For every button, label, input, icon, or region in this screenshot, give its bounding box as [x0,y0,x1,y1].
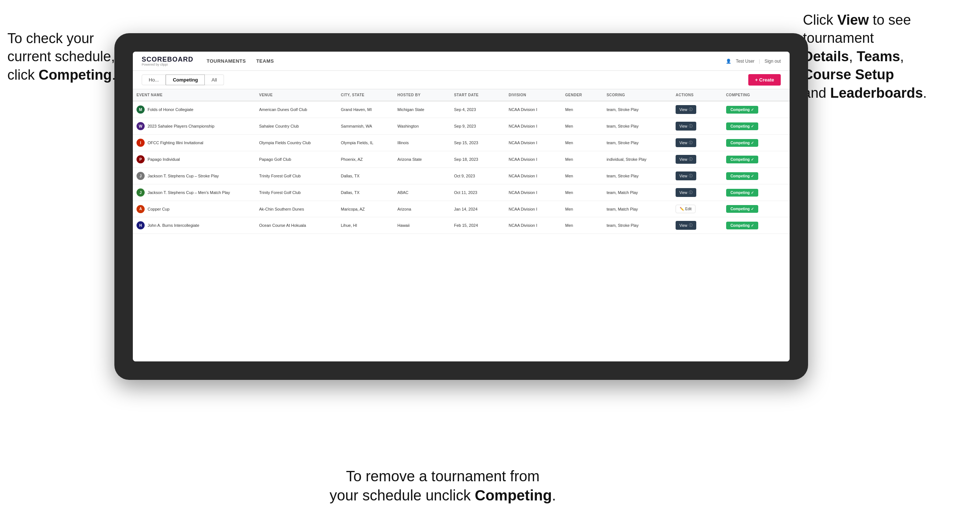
tab-all[interactable]: All [205,75,224,85]
tab-competing[interactable]: Competing [165,75,205,85]
competing-button[interactable]: Competing ✓ [726,139,758,147]
cell-scoring: team, Stroke Play [603,168,672,184]
team-logo: I [137,139,145,147]
cell-scoring: individual, Stroke Play [603,151,672,168]
view-button[interactable]: View ⓘ [676,188,696,197]
view-button[interactable]: View ⓘ [676,122,696,130]
cell-venue: Papago Golf Club [255,151,337,168]
team-logo: W [137,122,145,130]
cell-hosted: Hawaii [394,217,450,234]
annotation-top-left: To check your current schedule, click Co… [7,30,133,84]
nav-right: 👤 Test User | Sign out [726,59,781,64]
cell-city: Dallas, TX [337,168,394,184]
event-name-text: OFCC Fighting Illini Invitational [148,141,203,145]
cell-division: NCAA Division I [505,168,561,184]
create-button[interactable]: + Create [748,74,781,86]
cell-venue: Ocean Course At Hokuala [255,217,337,234]
event-name-text: Jackson T. Stephens Cup – Stroke Play [148,174,219,178]
cell-venue: Sahalee Country Club [255,118,337,135]
cell-competing: Competing ✓ [722,118,790,135]
filter-bar: Ho... Competing All + Create [133,71,790,89]
competing-button[interactable]: Competing ✓ [726,222,758,229]
brand-sub: Powered by clippi [142,63,193,67]
cell-division: NCAA Division I [505,151,561,168]
view-button[interactable]: View ⓘ [676,138,696,147]
cell-hosted: Arizona [394,201,450,217]
cell-event-name: P Papago Individual [133,151,255,168]
event-name-text: 2023 Sahalee Players Championship [148,124,215,129]
competing-button[interactable]: Competing ✓ [726,189,758,197]
cell-scoring: team, Match Play [603,184,672,201]
cell-event-name: J Jackson T. Stephens Cup – Stroke Play [133,168,255,184]
cell-venue: Trinity Forest Golf Club [255,184,337,201]
cell-competing: Competing ✓ [722,151,790,168]
cell-actions: View ⓘ [672,135,722,151]
cell-scoring: team, Stroke Play [603,135,672,151]
cell-venue: Ak-Chin Southern Dunes [255,201,337,217]
tab-home[interactable]: Ho... [142,75,165,85]
cell-gender: Men [562,168,603,184]
annotation-bottom: To remove a tournament from your schedul… [302,467,583,505]
cell-competing: Competing ✓ [722,135,790,151]
cell-event-name: W 2023 Sahalee Players Championship [133,118,255,135]
table-row: A Copper Cup Ak-Chin Southern Dunes Mari… [133,201,790,217]
cell-gender: Men [562,217,603,234]
nav-teams[interactable]: TEAMS [256,58,274,64]
table-container[interactable]: EVENT NAME VENUE CITY, STATE HOSTED BY S… [133,89,790,362]
cell-competing: Competing ✓ [722,217,790,234]
col-scoring: SCORING [603,89,672,101]
col-venue: VENUE [255,89,337,101]
cell-scoring: team, Match Play [603,201,672,217]
col-actions: ACTIONS [672,89,722,101]
cell-start: Feb 15, 2024 [450,217,505,234]
edit-button[interactable]: ✏️ Edit [676,205,695,213]
cell-gender: Men [562,118,603,135]
view-button[interactable]: View ⓘ [676,221,696,230]
user-icon: 👤 [726,59,731,64]
cell-gender: Men [562,151,603,168]
cell-scoring: team, Stroke Play [603,217,672,234]
team-logo: P [137,155,145,163]
cell-event-name: J Jackson T. Stephens Cup – Men's Match … [133,184,255,201]
cell-city: Phoenix, AZ [337,151,394,168]
competing-button[interactable]: Competing ✓ [726,172,758,180]
cell-venue: Trinity Forest Golf Club [255,168,337,184]
cell-actions: View ⓘ [672,118,722,135]
view-button[interactable]: View ⓘ [676,155,696,164]
sign-out-link[interactable]: Sign out [765,59,781,64]
team-logo: H [137,221,145,229]
col-hosted-by: HOSTED BY [394,89,450,101]
cell-hosted: Michigan State [394,101,450,118]
competing-button[interactable]: Competing ✓ [726,205,758,213]
cell-start: Sep 15, 2023 [450,135,505,151]
cell-division: NCAA Division I [505,217,561,234]
cell-city: Grand Haven, MI [337,101,394,118]
competing-button[interactable]: Competing ✓ [726,106,758,114]
competing-button[interactable]: Competing ✓ [726,156,758,163]
cell-scoring: team, Stroke Play [603,101,672,118]
filter-tabs: Ho... Competing All [142,75,224,85]
cell-city: Lihue, HI [337,217,394,234]
table-row: J Jackson T. Stephens Cup – Men's Match … [133,184,790,201]
competing-button[interactable]: Competing ✓ [726,122,758,130]
user-name: Test User [736,59,754,64]
view-button[interactable]: View ⓘ [676,105,696,114]
cell-division: NCAA Division I [505,201,561,217]
event-name-text: John A. Burns Intercollegiate [148,223,199,227]
cell-actions: View ⓘ [672,184,722,201]
cell-hosted: Washington [394,118,450,135]
cell-venue: Olympia Fields Country Club [255,135,337,151]
nav-links: TOURNAMENTS TEAMS [207,58,726,64]
nav-tournaments[interactable]: TOURNAMENTS [207,58,246,64]
cell-start: Jan 14, 2024 [450,201,505,217]
cell-venue: American Dunes Golf Club [255,101,337,118]
team-logo: J [137,189,145,197]
tablet-device: SCOREBOARD Powered by clippi TOURNAMENTS… [115,33,808,380]
col-city-state: CITY, STATE [337,89,394,101]
view-button[interactable]: View ⓘ [676,171,696,180]
cell-start: Sep 4, 2023 [450,101,505,118]
cell-event-name: H John A. Burns Intercollegiate [133,217,255,234]
table-row: I OFCC Fighting Illini Invitational Olym… [133,135,790,151]
cell-hosted: ABAC [394,184,450,201]
cell-start: Sep 9, 2023 [450,118,505,135]
